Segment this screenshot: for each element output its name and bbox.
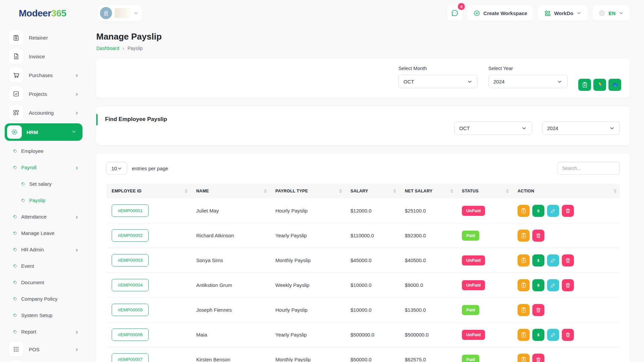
grid-plus-icon [9, 105, 23, 120]
delete-button[interactable] [562, 254, 574, 266]
bullet-icon [13, 263, 17, 268]
year-select[interactable]: 2024 [488, 75, 568, 88]
sidebar-item-retainer[interactable]: Retainer [5, 28, 83, 47]
net-salary: $500000.0 [399, 322, 457, 347]
edit-button[interactable] [547, 205, 559, 217]
sidebar-item-manage-leave[interactable]: Manage Leave [5, 225, 83, 241]
column-header-status[interactable]: STATUS [457, 184, 512, 198]
breadcrumb: Dashboard › Payslip [96, 46, 630, 51]
edit-button[interactable] [547, 279, 559, 291]
payslip-clipboard-icon [521, 332, 527, 338]
sort-icon [614, 189, 616, 193]
sort-icon [264, 189, 267, 193]
employee-id-button[interactable]: #EMP00004 [112, 279, 149, 291]
trash-icon [565, 208, 571, 214]
sidebar-item-event[interactable]: Event [5, 258, 83, 274]
delete-button[interactable] [532, 230, 544, 242]
table-row: #EMP00003 Sonya Sims Monthly Payslip $45… [106, 248, 620, 273]
employee-id-button[interactable]: #EMP00006 [112, 328, 149, 341]
sidebar-item-company-policy[interactable]: Company Policy [5, 291, 83, 307]
employee-id-button[interactable]: #EMP00001 [112, 204, 149, 217]
sidebar-item-hr-admin[interactable]: HR Admin › [5, 241, 83, 258]
sidebar-item-crm[interactable]: CRM › [5, 359, 83, 362]
payslip-button[interactable] [518, 279, 530, 291]
employee-name: Joseph Fiennes [191, 298, 270, 322]
google-drive-icon [597, 82, 603, 88]
brand-name-secondary: 365 [51, 8, 66, 19]
find-month-select[interactable]: OCT [454, 121, 532, 135]
main-content: 0 Create Workspace WorkDo EN [94, 0, 644, 362]
find-year-value: 2024 [547, 125, 558, 131]
chevron-down-icon [117, 166, 122, 171]
column-header-action[interactable]: ACTION [512, 184, 620, 198]
floppy-disk-icon [9, 30, 23, 45]
create-workspace-button[interactable]: Create Workspace [467, 5, 533, 21]
edit-button[interactable] [547, 254, 559, 266]
employee-id-button[interactable]: #EMP00003 [112, 254, 149, 266]
sidebar-item-employee[interactable]: Employee [5, 143, 83, 159]
payment-button[interactable] [532, 279, 544, 291]
chevron-right-icon: › [76, 329, 79, 335]
sidebar-item-document[interactable]: Document [5, 274, 83, 291]
salary: $110000.0 [345, 223, 399, 248]
column-header-employee-id[interactable]: EMPLOYEE ID [106, 184, 191, 198]
net-salary: $25100.0 [399, 198, 457, 223]
payslip-button[interactable] [518, 230, 530, 242]
apps-grid-icon [544, 10, 551, 17]
workdo-menu-button[interactable]: WorkDo [538, 5, 588, 21]
employee-id-button[interactable]: #EMP00005 [112, 304, 149, 316]
payslip-button[interactable] [518, 205, 530, 217]
bulk-payment-button[interactable] [578, 79, 591, 91]
payment-button[interactable] [532, 254, 544, 266]
breadcrumb-dashboard-link[interactable]: Dashboard [96, 46, 119, 51]
sidebar-item-pos[interactable]: POS › [5, 340, 83, 359]
google-drive-export-button[interactable] [593, 79, 606, 91]
edit-button[interactable] [547, 329, 559, 341]
column-header-payroll-type[interactable]: PAYROLL TYPE [270, 184, 345, 198]
onedrive-export-button[interactable] [608, 79, 621, 91]
column-header-net-salary[interactable]: NET SALARY [399, 184, 457, 198]
employee-id-button[interactable]: #EMP00007 [112, 353, 149, 362]
sidebar-item-system-setup[interactable]: System Setup [5, 307, 83, 323]
language-button[interactable]: EN [592, 5, 630, 21]
delete-button[interactable] [562, 205, 574, 217]
sidebar-item-payroll[interactable]: Payroll › [5, 159, 83, 176]
delete-button[interactable] [562, 329, 574, 341]
month-select[interactable]: OCT [398, 75, 478, 88]
payslip-button[interactable] [518, 354, 530, 362]
bullet-icon [13, 214, 17, 219]
payslip-button[interactable] [518, 329, 530, 341]
bullet-icon [21, 181, 25, 186]
sidebar-item-projects[interactable]: Projects › [5, 84, 83, 103]
sidebar-item-invoice[interactable]: Invoice [5, 47, 83, 66]
entries-per-page-select[interactable]: 10 [106, 162, 127, 175]
sidebar-item-purchases[interactable]: Purchases › [5, 66, 83, 84]
globe-icon [598, 10, 605, 17]
search-input[interactable] [557, 162, 620, 175]
delete-button[interactable] [562, 279, 574, 291]
sidebar-item-label: HR Admin [21, 247, 71, 252]
workspace-logo [115, 8, 131, 18]
payment-button[interactable] [532, 329, 544, 341]
sidebar-item-hrm[interactable]: HRM [5, 123, 83, 141]
payslip-button[interactable] [518, 304, 530, 316]
sidebar-item-accounting[interactable]: Accounting › [5, 103, 83, 122]
employee-id-button[interactable]: #EMP00002 [112, 229, 149, 242]
sidebar-item-attendance[interactable]: Attendance › [5, 208, 83, 225]
sidebar-item-label: Attendance [21, 214, 71, 220]
sidebar-item-label: Report [21, 329, 71, 335]
status-badge: UnPaid [462, 206, 485, 216]
messages-button[interactable]: 0 [447, 5, 463, 21]
sidebar-item-payslip[interactable]: Payslip [5, 192, 83, 208]
payslip-button[interactable] [518, 254, 530, 266]
net-salary: $9000.0 [399, 273, 457, 298]
find-year-select[interactable]: 2024 [542, 121, 620, 135]
delete-button[interactable] [532, 354, 544, 362]
column-header-salary[interactable]: SALARY [345, 184, 399, 198]
sidebar-item-report[interactable]: Report › [5, 323, 83, 340]
sidebar-item-set-salary[interactable]: Set salary [5, 176, 83, 192]
payment-button[interactable] [532, 205, 544, 217]
workspace-selector[interactable] [98, 5, 142, 21]
delete-button[interactable] [532, 304, 544, 316]
column-header-name[interactable]: NAME [191, 184, 270, 198]
